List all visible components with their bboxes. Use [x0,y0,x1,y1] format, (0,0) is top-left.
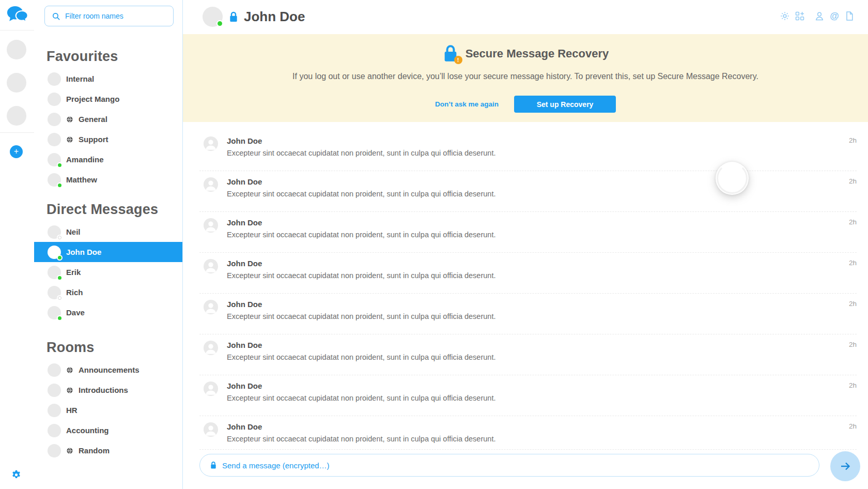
loading-spinner [716,162,749,195]
settings-gear-icon[interactable] [11,469,22,480]
sidebar-item-random[interactable]: Random [34,440,182,461]
message-row: John Doe Excepteur sint occaecat cupidat… [199,294,857,334]
page-title: John Doe [244,9,305,25]
warning-badge: ! [454,56,462,64]
add-space-button[interactable]: + [10,145,23,158]
filter-rooms-search[interactable] [44,6,174,26]
section-title: Direct Messages [47,201,182,218]
room-avatar [48,266,61,279]
message-text: Excepteur sint occaecat cupidatat non pr… [227,148,857,158]
message-row: John Doe Excepteur sint occaecat cupidat… [199,130,857,171]
mentions-icon[interactable]: @ [829,11,840,21]
space-rail: + [0,0,34,489]
message-timestamp: 2h [849,422,857,430]
room-avatar [48,404,61,417]
rail-divider [0,132,34,133]
rail-divider [0,30,34,30]
message-row: John Doe Excepteur sint occaecat cupidat… [199,212,857,253]
message-timestamp: 2h [849,136,857,144]
room-label: Announcements [79,365,140,374]
sender-avatar [204,381,218,396]
message-text: Excepteur sint occaecat cupidatat non pr… [227,312,857,321]
set-up-recovery-button[interactable]: Set up Recovery [514,96,616,113]
message-text: Excepteur sint occaecat cupidatat non pr… [227,271,857,280]
message-row: John Doe Excepteur sint occaecat cupidat… [199,253,857,294]
sidebar-item-introductions[interactable]: Introductions [34,380,182,400]
composer-bar [183,449,868,489]
sidebar-item-internal[interactable]: Internal [34,69,182,89]
sidebar-item-hr[interactable]: HR [34,400,182,420]
sender-name: John Doe [227,218,857,227]
encrypted-lock-icon [210,461,217,469]
sidebar-item-project-mango[interactable]: Project Mango [34,89,182,109]
sender-name: John Doe [227,422,857,432]
header-actions: @ [780,11,855,21]
room-avatar [48,384,61,397]
app-logo-chat-bubbles-icon[interactable] [6,5,29,25]
sidebar-item-john-doe[interactable]: John Doe [34,242,182,262]
room-label: Random [79,446,110,455]
presence-dot [57,255,63,261]
files-icon[interactable] [844,11,855,21]
sidebar-item-amandine[interactable]: Amandine [34,149,182,170]
add-apps-icon[interactable] [795,11,805,21]
space-avatar[interactable] [7,73,26,93]
room-settings-gear-icon[interactable] [780,11,790,21]
message-input[interactable] [222,461,819,470]
arrow-right-icon [839,460,851,472]
space-avatar[interactable] [7,40,26,59]
dont-ask-again-link[interactable]: Don’t ask me again [435,100,499,108]
sidebar-item-dave[interactable]: Dave [34,302,182,323]
sender-avatar [204,422,218,437]
sidebar-item-matthew[interactable]: Matthew [34,170,182,190]
sidebar-item-support[interactable]: Support [34,129,182,149]
room-label: Amandine [66,155,104,164]
room-label: HR [66,406,78,415]
sender-name: John Doe [227,341,857,350]
room-avatar [48,424,61,437]
room-label: Dave [66,308,85,317]
space-avatar[interactable] [7,106,26,126]
sidebar-section-rooms: Rooms Announcements Introductions HR [34,339,182,461]
section-title: Favourites [47,48,182,65]
presence-dot [57,162,63,168]
presence-dot [216,20,223,27]
sender-name: John Doe [227,177,857,187]
room-avatar [48,286,61,299]
user-info-icon[interactable] [814,11,825,21]
room-label: General [79,115,107,124]
section-title: Rooms [47,339,182,356]
banner-title: Secure Message Recovery [466,47,609,60]
sidebar-item-accounting[interactable]: Accounting [34,420,182,440]
sender-avatar [204,259,218,273]
sidebar-section-direct-messages: Direct Messages Neil John Doe Erik Rich [34,201,182,323]
message-row: John Doe Excepteur sint occaecat cupidat… [199,416,857,449]
sidebar-item-announcements[interactable]: Announcements [34,360,182,380]
sidebar-section-favourites: Favourites Internal Project Mango Genera… [34,48,182,190]
presence-dot [57,315,63,321]
globe-icon [66,136,73,143]
room-label: Support [79,135,109,144]
sidebar-item-erik[interactable]: Erik [34,262,182,282]
message-timestamp: 2h [849,300,857,308]
room-label: Accounting [66,426,109,435]
room-label: John Doe [66,248,101,256]
composer-divider [199,449,857,450]
globe-icon [66,366,73,374]
sidebar-item-general[interactable]: General [34,109,182,129]
sender-avatar [204,218,218,233]
room-label: Project Mango [66,95,119,103]
room-avatar [48,113,61,126]
sidebar-item-neil[interactable]: Neil [34,222,182,242]
send-button[interactable] [830,451,860,481]
message-text: Excepteur sint occaecat cupidatat non pr… [227,393,857,403]
presence-dot [57,182,63,188]
filter-room-names-input[interactable] [65,12,173,20]
message-input-wrap[interactable] [199,454,819,477]
chat-main: John Doe @ [183,0,868,489]
sidebar-item-rich[interactable]: Rich [34,282,182,302]
room-label: Internal [66,74,94,83]
message-timestamp: 2h [849,341,857,348]
room-avatar [48,444,61,457]
globe-icon [66,116,73,123]
